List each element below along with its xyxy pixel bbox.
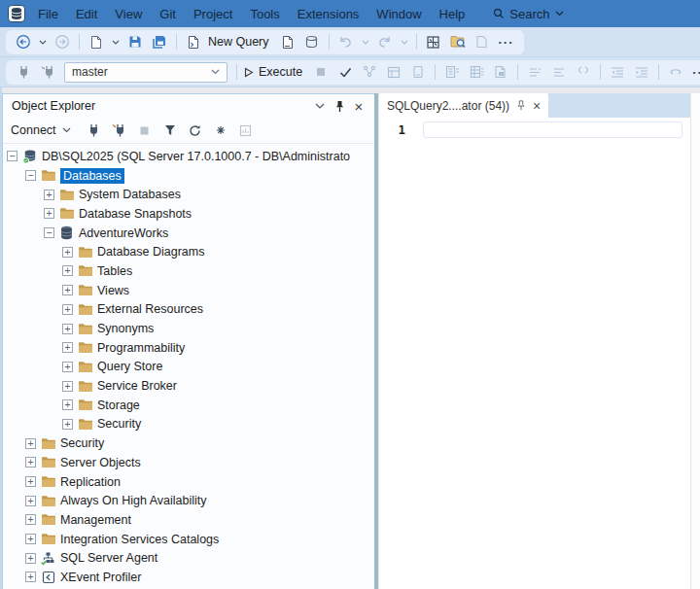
menu-item-window[interactable]: Window [368, 5, 430, 23]
tree-item-external-resources[interactable]: +External Resources [3, 300, 374, 320]
expand-icon[interactable]: + [25, 476, 36, 487]
expand-icon[interactable]: + [25, 534, 36, 544]
navigate-forward-button[interactable] [51, 31, 74, 53]
tree-item-system-databases[interactable]: +System Databases [3, 185, 374, 204]
change-connection-button[interactable] [36, 61, 59, 84]
connect-query-button[interactable] [12, 61, 35, 84]
tree-item-adventureworks[interactable]: −AdventureWorks [3, 224, 374, 243]
expand-icon[interactable]: + [25, 514, 36, 525]
expand-icon[interactable]: + [25, 496, 36, 506]
menu-item-git[interactable]: Git [151, 5, 185, 23]
redo-dropdown[interactable] [398, 31, 411, 53]
pin-icon[interactable] [516, 100, 526, 111]
expand-icon[interactable]: + [25, 572, 36, 582]
panel-splitter[interactable] [374, 93, 378, 589]
expand-icon[interactable]: + [62, 419, 73, 430]
activity-monitor-button[interactable] [422, 31, 445, 53]
collapse-icon[interactable]: − [25, 170, 36, 181]
object-explorer-details-button[interactable] [446, 31, 470, 53]
menu-item-project[interactable]: Project [185, 5, 241, 23]
navigate-back-button[interactable] [12, 31, 35, 53]
tree-item-sql-server-agent[interactable]: +SQL Server Agent [3, 548, 374, 568]
tab-sqlquery2[interactable]: SQLQuery2....ator (54)) × [379, 93, 548, 118]
tree-item-security[interactable]: +Security [3, 433, 374, 453]
tree-item-db-sql2025-sql-server-17-0-1000-7-db-administrato[interactable]: −DB\SQL2025 (SQL Server 17.0.1000.7 - DB… [3, 147, 374, 166]
pin-icon[interactable] [330, 97, 349, 115]
menu-item-help[interactable]: Help [431, 5, 474, 23]
expand-icon[interactable]: + [62, 381, 73, 392]
refresh-icon[interactable] [184, 121, 207, 140]
expand-icon[interactable]: + [62, 304, 73, 315]
tree-item-always-on-high-availability[interactable]: +Always On High Availability [3, 491, 374, 510]
expand-icon[interactable]: + [44, 190, 54, 200]
connect-dropdown[interactable]: Connect [11, 123, 71, 137]
code-area[interactable] [414, 118, 690, 589]
menu-item-tools[interactable]: Tools [241, 5, 288, 23]
expand-icon[interactable]: + [25, 457, 36, 468]
database-document-button[interactable] [300, 31, 324, 53]
menu-item-edit[interactable]: Edit [67, 5, 106, 23]
tree-item-management[interactable]: +Management [3, 510, 374, 530]
new-file-button[interactable] [85, 31, 108, 53]
folder-icon [40, 455, 56, 470]
tree-item-service-broker[interactable]: +Service Broker [3, 376, 374, 396]
expand-icon[interactable]: + [62, 247, 73, 258]
menu-item-extensions[interactable]: Extensions [289, 5, 368, 23]
expand-icon[interactable]: + [62, 265, 73, 276]
expand-icon[interactable]: + [62, 362, 73, 372]
execute-button[interactable]: Execute [259, 65, 302, 79]
open-query-button[interactable] [276, 31, 299, 53]
save-button[interactable] [123, 31, 147, 53]
tree-item-security[interactable]: +Security [3, 415, 374, 434]
tree-item-server-objects[interactable]: +Server Objects [3, 453, 374, 472]
collapse-icon[interactable]: − [44, 227, 54, 238]
tree-item-storage[interactable]: +Storage [3, 396, 374, 415]
expand-icon[interactable]: + [25, 553, 36, 564]
expand-icon[interactable]: + [44, 208, 54, 219]
tree-item-database-snapshots[interactable]: +Database Snapshots [3, 204, 374, 224]
editor-scrollbar[interactable] [690, 93, 700, 589]
new-query-button[interactable]: New Query [208, 35, 269, 49]
menu-item-view[interactable]: View [106, 5, 151, 23]
close-icon[interactable]: × [533, 99, 541, 113]
redo-button[interactable] [373, 31, 397, 53]
search-control[interactable]: Search [487, 5, 569, 23]
tree-item-query-store[interactable]: +Query Store [3, 358, 374, 377]
tree-item-views[interactable]: +Views [3, 281, 374, 300]
collapse-icon[interactable]: − [7, 151, 18, 161]
tree-item-replication[interactable]: +Replication [3, 472, 374, 492]
database-selector[interactable]: master [64, 62, 228, 83]
connect-object-explorer-button[interactable] [83, 121, 106, 140]
folder-icon [77, 398, 93, 413]
window-position-dropdown[interactable] [310, 97, 330, 115]
tree-item-databases[interactable]: −Databases [3, 166, 374, 186]
expand-icon[interactable]: + [62, 285, 73, 295]
new-file-dropdown[interactable] [109, 31, 122, 53]
expand-icon[interactable]: + [62, 342, 73, 353]
tree-item-database-diagrams[interactable]: +Database Diagrams [3, 242, 374, 261]
tree-item-tables[interactable]: +Tables [3, 261, 374, 281]
undo-dropdown[interactable] [359, 31, 372, 53]
folder-icon [77, 321, 93, 336]
search-label: Search [509, 7, 549, 21]
navigate-back-dropdown[interactable] [36, 31, 50, 53]
close-icon[interactable]: × [349, 97, 368, 115]
expand-icon[interactable]: + [25, 438, 36, 449]
tree-item-synonyms[interactable]: +Synonyms [3, 319, 374, 338]
main-toolbar: New Query ··· [0, 27, 700, 57]
disconnect-object-explorer-button[interactable] [108, 121, 131, 140]
script-options-icon[interactable] [209, 121, 232, 140]
expand-icon[interactable]: + [62, 324, 73, 334]
filter-icon[interactable] [158, 121, 182, 140]
code-editor[interactable]: 1 [379, 118, 690, 589]
undo-button[interactable] [334, 31, 358, 53]
expand-icon[interactable]: + [62, 399, 73, 410]
query-toolbar-overflow-button[interactable]: ··· [688, 61, 700, 84]
parse-query-button[interactable] [333, 61, 357, 84]
save-all-button[interactable] [148, 31, 171, 53]
tree-item-xevent-profiler[interactable]: +XEvent Profiler [3, 568, 374, 587]
tree-item-integration-services-catalogs[interactable]: +Integration Services Catalogs [3, 530, 374, 549]
tree-item-programmability[interactable]: +Programmability [3, 338, 374, 358]
toolbar-overflow-button[interactable]: ··· [495, 31, 518, 53]
menu-item-file[interactable]: File [29, 5, 67, 23]
